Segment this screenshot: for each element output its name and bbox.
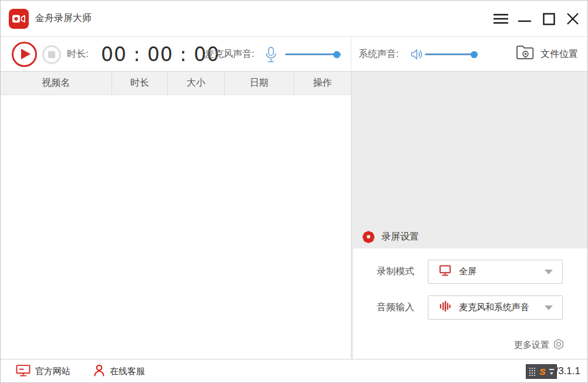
folder-location-icon bbox=[516, 45, 535, 63]
chevron-down-icon bbox=[545, 305, 553, 310]
column-header-actions: 操作 bbox=[294, 72, 351, 95]
column-header-date: 日期 bbox=[225, 72, 294, 95]
mic-volume-slider[interactable] bbox=[285, 53, 341, 55]
main-area: 视频名 时长 大小 日期 操作 录屏设置 录制模式 bbox=[1, 72, 587, 360]
audio-input-value: 麦克风和系统声音 bbox=[459, 302, 545, 313]
column-header-video-name: 视频名 bbox=[1, 72, 112, 95]
settings-box: 录制模式 全屏 音频输入 bbox=[353, 248, 588, 360]
file-location-button[interactable]: 文件位置 bbox=[516, 37, 578, 72]
version-text: /3.1.1 bbox=[555, 360, 580, 383]
audio-input-dropdown[interactable]: 麦克风和系统声音 bbox=[428, 295, 563, 320]
sogou-s-icon: S bbox=[538, 367, 548, 377]
titlebar: 金舟录屏大师 bbox=[1, 1, 587, 37]
chevron-down-icon bbox=[545, 270, 553, 274]
audio-input-label: 音频输入 bbox=[377, 295, 414, 319]
monitor-icon bbox=[439, 264, 451, 279]
speaker-icon bbox=[411, 48, 423, 63]
ime-minimize-icon bbox=[549, 369, 554, 375]
mic-volume-label: 麦克风声音: bbox=[205, 37, 254, 72]
column-header-duration: 时长 bbox=[112, 72, 168, 95]
waveform-icon bbox=[439, 300, 451, 315]
duration-label: 时长: bbox=[67, 37, 88, 72]
play-icon bbox=[21, 49, 31, 59]
recordings-table: 视频名 时长 大小 日期 操作 bbox=[1, 72, 351, 360]
record-mode-dropdown[interactable]: 全屏 bbox=[428, 260, 563, 284]
toolbar: 时长: 00 : 00 : 00 麦克风声音: 系统声音: bbox=[1, 37, 587, 72]
gear-icon bbox=[362, 230, 375, 243]
minimize-icon[interactable] bbox=[516, 10, 533, 28]
online-support-label: 在线客服 bbox=[110, 366, 145, 377]
system-volume-slider[interactable] bbox=[425, 53, 478, 55]
online-support-link[interactable]: 在线客服 bbox=[93, 360, 145, 383]
person-icon bbox=[93, 364, 105, 379]
settings-header: 录屏设置 bbox=[362, 230, 419, 243]
record-button[interactable] bbox=[12, 42, 37, 67]
maximize-icon[interactable] bbox=[540, 10, 557, 28]
official-website-label: 官方网站 bbox=[35, 366, 70, 377]
stop-button[interactable] bbox=[42, 45, 61, 64]
app-logo-camera-icon bbox=[9, 9, 29, 29]
hex-settings-icon bbox=[553, 338, 565, 352]
microphone-icon bbox=[264, 46, 278, 66]
mic-volume-slider-thumb[interactable] bbox=[333, 51, 340, 58]
app-window: 金舟录屏大师 时长: 00 : 00 : 00 麦克风声音: bbox=[0, 0, 588, 383]
statusbar: 官方网站 在线客服 S /3.1.1 bbox=[1, 359, 587, 382]
record-mode-label: 录制模式 bbox=[377, 260, 414, 283]
menu-icon[interactable] bbox=[492, 10, 509, 28]
website-monitor-icon bbox=[16, 364, 31, 379]
stop-icon bbox=[48, 51, 55, 58]
ime-drag-handle-icon bbox=[529, 367, 536, 376]
input-method-tray[interactable]: S bbox=[526, 364, 557, 379]
official-website-link[interactable]: 官方网站 bbox=[16, 360, 70, 383]
close-icon[interactable] bbox=[564, 10, 582, 28]
toolbar-divider bbox=[351, 37, 352, 72]
window-controls bbox=[492, 1, 582, 37]
settings-panel: 录屏设置 录制模式 全屏 音频输入 bbox=[351, 72, 588, 360]
column-header-size: 大小 bbox=[168, 72, 225, 95]
file-location-label: 文件位置 bbox=[540, 48, 578, 61]
record-mode-value: 全屏 bbox=[459, 266, 545, 277]
table-header-row: 视频名 时长 大小 日期 操作 bbox=[1, 72, 351, 95]
duration-timer: 00 : 00 : 00 bbox=[101, 37, 219, 72]
system-volume-label: 系统声音: bbox=[359, 37, 398, 72]
more-settings-label: 更多设置 bbox=[514, 340, 549, 351]
settings-header-label: 录屏设置 bbox=[381, 231, 419, 243]
more-settings-button[interactable]: 更多设置 bbox=[514, 337, 565, 353]
system-volume-slider-thumb[interactable] bbox=[471, 51, 478, 58]
app-title: 金舟录屏大师 bbox=[35, 12, 92, 25]
table-body-empty bbox=[1, 95, 351, 360]
